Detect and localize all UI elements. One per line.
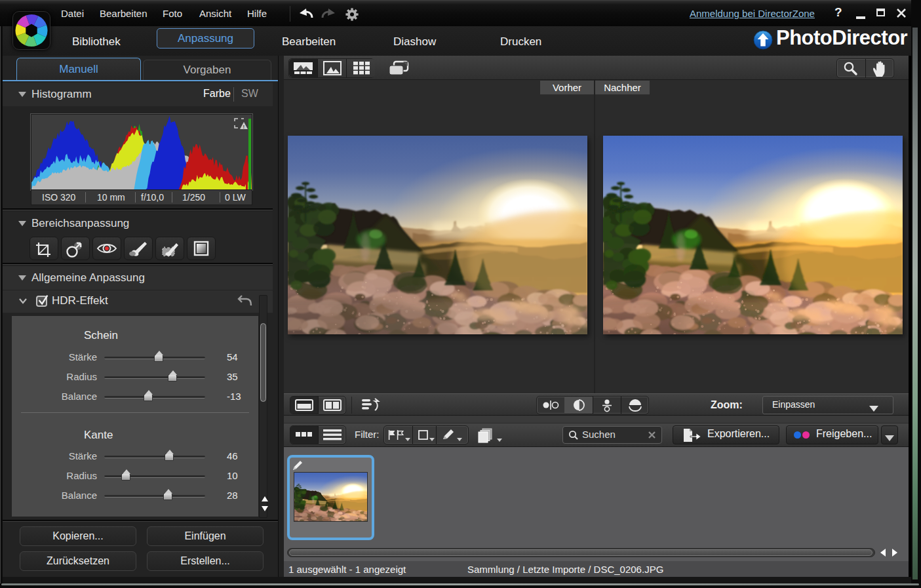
svg-text:!: ! <box>243 124 245 130</box>
